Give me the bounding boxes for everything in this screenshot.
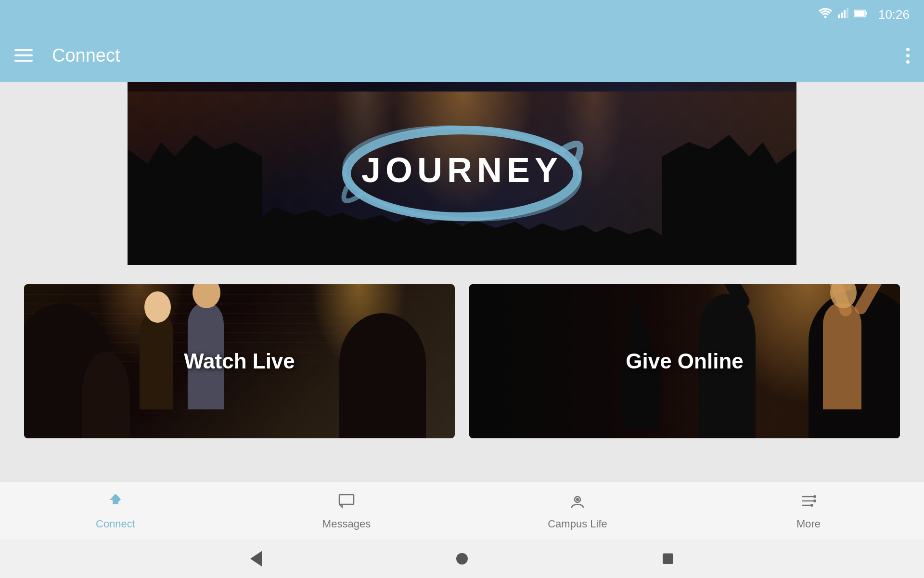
more-icon [799,492,818,514]
bottom-nav: Connect Messages Campus Life [0,482,924,539]
svg-rect-2 [841,13,843,18]
svg-rect-3 [844,10,846,18]
recent-button[interactable] [661,552,675,565]
app-bar: Connect [0,29,924,82]
messages-label: Messages [322,518,371,530]
nav-item-connect[interactable]: Connect [0,487,231,535]
campus-life-label: Campus Life [548,518,607,530]
nav-item-messages[interactable]: Messages [231,487,462,535]
app-title: Connect [52,45,906,66]
svg-point-0 [824,16,826,18]
cards-grid: Watch Live Give Online [0,265,924,458]
svg-rect-1 [838,14,840,18]
journey-logo: JOURNEY [327,120,597,226]
connect-label: Connect [96,518,135,530]
more-label: More [796,518,821,530]
menu-button[interactable] [14,49,33,62]
nav-item-campus-life[interactable]: Campus Life [462,487,693,535]
svg-rect-7 [855,11,864,16]
svg-point-13 [577,499,578,500]
svg-text:JOURNEY: JOURNEY [361,151,563,189]
status-time: 10:26 [878,7,910,22]
svg-rect-4 [847,8,848,18]
hero-banner: JOURNEY [128,82,796,265]
status-bar: 10:26 [0,0,924,29]
watch-live-card[interactable]: Watch Live [24,284,455,438]
signal-icon [838,8,848,21]
watch-live-label: Watch Live [184,349,295,373]
more-vert-button[interactable] [906,48,910,64]
campus-life-icon [568,492,587,514]
svg-point-19 [810,504,813,507]
back-button[interactable] [249,552,263,565]
wifi-icon [819,8,832,21]
system-nav [0,539,924,578]
svg-point-16 [813,495,816,498]
give-online-label: Give Online [626,349,744,373]
connect-icon [106,492,125,514]
messages-icon [337,492,356,514]
svg-point-17 [813,499,816,502]
nav-item-more[interactable]: More [693,487,924,535]
svg-rect-11 [339,495,354,504]
home-button[interactable] [455,552,469,565]
battery-icon [854,8,868,21]
give-online-card[interactable]: Give Online [469,284,900,438]
svg-rect-6 [866,12,867,15]
